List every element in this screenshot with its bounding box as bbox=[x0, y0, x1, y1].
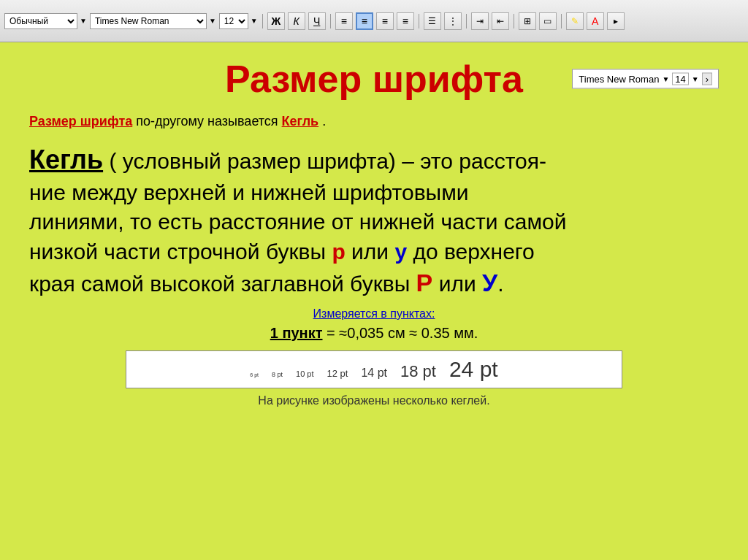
size-24pt: 24 pt bbox=[449, 357, 498, 382]
kegel-word: Кегль bbox=[29, 145, 103, 174]
separator-1 bbox=[262, 14, 263, 28]
font-group: Times New Roman ▼ bbox=[90, 13, 216, 29]
align-left-button[interactable]: ≡ bbox=[335, 12, 353, 30]
align-justify-button[interactable]: ≡ bbox=[397, 12, 414, 30]
outdent-button[interactable]: ⇤ bbox=[492, 12, 509, 30]
body-text-1: ( условный размер шрифта) – это расстоя- bbox=[109, 149, 546, 173]
punkt-line: 1 пункт = ≈0,035 см ≈ 0.35 мм. bbox=[29, 325, 719, 342]
size-select[interactable]: 12 bbox=[219, 13, 248, 29]
separator-6 bbox=[561, 14, 562, 28]
highlight-button[interactable]: ✎ bbox=[566, 12, 584, 30]
italic-button[interactable]: К bbox=[288, 12, 305, 30]
color-button[interactable]: A bbox=[587, 12, 604, 30]
subtitle-period: . bbox=[322, 114, 326, 129]
subtitle-middle: по-другому называется bbox=[136, 114, 281, 129]
size-dropdown-arrow: ▼ bbox=[251, 17, 258, 25]
font-size-link[interactable]: Размер шрифта bbox=[29, 114, 132, 129]
punkt-word: 1 пункт bbox=[270, 325, 323, 341]
font-preview-box: Times New Roman ▼ 14 ▼ › bbox=[572, 69, 719, 89]
size-18pt: 18 pt bbox=[400, 362, 436, 381]
toolbar: Обычный ▼ Times New Roman ▼ 12 ▼ Ж К Ч ≡… bbox=[0, 0, 748, 42]
body-paragraph: Кегль ( условный размер шрифта) – это ра… bbox=[29, 142, 719, 300]
body-text-5: края самой высокой заглавной буквы Р или… bbox=[29, 272, 504, 296]
measured-line: Измеряется в пунктах: bbox=[29, 307, 719, 321]
body-text-3: линиями, то есть расстояние от нижней ча… bbox=[29, 210, 566, 234]
size-group: 12 ▼ bbox=[219, 13, 258, 29]
kegel-link-subtitle[interactable]: Кегль bbox=[282, 114, 319, 129]
font-preview-size: 14 bbox=[672, 73, 688, 85]
list-button[interactable]: ☰ bbox=[424, 12, 441, 30]
font-select[interactable]: Times New Roman bbox=[90, 13, 207, 29]
body-text-2: ние между верхней и нижней шрифтовыми bbox=[29, 180, 469, 204]
separator-2 bbox=[330, 14, 331, 28]
size-12pt: 12 pt bbox=[327, 368, 348, 379]
align-right-button[interactable]: ≡ bbox=[376, 12, 394, 30]
font-preview-dropdown-icon: ▼ bbox=[662, 75, 669, 83]
letter-r-small: р bbox=[332, 239, 345, 264]
separator-5 bbox=[514, 14, 514, 28]
bold-button[interactable]: Ж bbox=[267, 12, 285, 30]
font-sizes-demo: 6 pt 8 pt 10 pt 12 pt 14 pt 18 pt 24 pt bbox=[126, 350, 622, 388]
body-text-4: низкой части строчной буквы р или у до в… bbox=[29, 239, 535, 264]
size-8pt: 8 pt bbox=[272, 371, 283, 378]
size-14pt: 14 pt bbox=[361, 367, 387, 380]
letter-Y-big: У bbox=[482, 269, 497, 296]
table-button[interactable]: ⊞ bbox=[519, 12, 536, 30]
indent-button[interactable]: ⇥ bbox=[471, 12, 489, 30]
more-button[interactable]: ▸ bbox=[607, 12, 625, 30]
frame-button[interactable]: ▭ bbox=[539, 12, 557, 30]
size-10pt: 10 pt bbox=[296, 369, 313, 378]
separator-4 bbox=[466, 14, 467, 28]
punkt-value: = ≈0,035 см ≈ 0.35 мм. bbox=[327, 325, 478, 341]
subtitle-line: Размер шрифта по-другому называется Кегл… bbox=[29, 114, 719, 129]
style-dropdown-arrow: ▼ bbox=[80, 17, 87, 25]
style-group: Обычный ▼ bbox=[4, 13, 87, 29]
font-preview-name: Times New Roman bbox=[579, 74, 659, 85]
font-extra-controls: › bbox=[702, 73, 712, 85]
page-title: Размер шрифта bbox=[225, 57, 523, 101]
style-select[interactable]: Обычный bbox=[4, 13, 77, 29]
separator-3 bbox=[419, 14, 419, 28]
size-6pt: 6 pt bbox=[250, 372, 259, 377]
underline-button[interactable]: Ч bbox=[308, 12, 326, 30]
caption-text: На рисунке изображены несколько кеглей. bbox=[29, 394, 719, 407]
align-center-button[interactable]: ≡ bbox=[356, 12, 373, 30]
font-size-dropdown-icon: ▼ bbox=[692, 75, 699, 83]
num-list-button[interactable]: ⋮ bbox=[444, 12, 462, 30]
title-row: Размер шрифта Times New Roman ▼ 14 ▼ › bbox=[29, 57, 719, 101]
letter-R-big: Р bbox=[416, 269, 433, 296]
letter-y-small: у bbox=[394, 239, 407, 264]
font-dropdown-arrow: ▼ bbox=[209, 17, 216, 25]
main-content: Размер шрифта Times New Roman ▼ 14 ▼ › Р… bbox=[0, 42, 748, 560]
